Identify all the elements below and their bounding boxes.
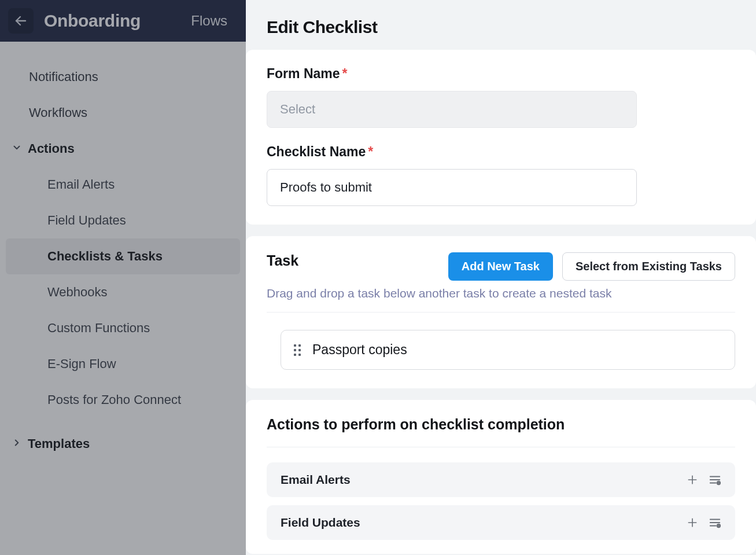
form-name-select[interactable]: Select <box>267 91 637 128</box>
form-name-field: Form Name* Select <box>267 66 735 128</box>
task-header: Task Add New Task Select from Existing T… <box>267 252 735 281</box>
sidebar-item-field-updates[interactable]: Field Updates <box>0 203 246 238</box>
drag-handle-icon[interactable] <box>294 344 301 356</box>
sidebar-item-checklists-tasks[interactable]: Checklists & Tasks <box>6 238 240 274</box>
required-marker: * <box>368 144 373 159</box>
arrow-left-icon <box>14 14 28 28</box>
checklist-form-card: Form Name* Select Checklist Name* <box>246 50 756 225</box>
chevron-right-icon <box>12 436 22 451</box>
task-hint: Drag and drop a task below another task … <box>267 286 735 313</box>
sidebar-item-email-alerts[interactable]: Email Alerts <box>0 167 246 203</box>
sidebar-item-esign-flow[interactable]: E-Sign Flow <box>0 346 246 382</box>
task-row-passport-copies[interactable]: Passport copies <box>281 330 735 370</box>
checklist-name-input[interactable] <box>267 169 637 206</box>
add-new-task-button[interactable]: Add New Task <box>448 252 553 281</box>
panel-scroll[interactable]: Form Name* Select Checklist Name* Task A… <box>246 50 756 555</box>
action-row-label: Email Alerts <box>281 473 351 487</box>
list-add-icon[interactable] <box>709 516 721 529</box>
edit-checklist-panel: Edit Checklist Form Name* Select Checkli… <box>246 0 756 555</box>
form-name-label-text: Form Name <box>267 66 340 81</box>
form-name-label: Form Name* <box>267 66 735 82</box>
chevron-down-icon <box>12 141 22 156</box>
checklist-name-label: Checklist Name* <box>267 144 735 160</box>
task-section-title: Task <box>267 252 298 269</box>
list-add-icon[interactable] <box>709 473 721 486</box>
checklist-name-field: Checklist Name* <box>267 144 735 206</box>
sidebar-item-workflows[interactable]: Workflows <box>0 95 246 131</box>
sidebar-group-actions[interactable]: Actions <box>0 131 246 167</box>
task-buttons: Add New Task Select from Existing Tasks <box>448 252 735 281</box>
sidebar-group-templates[interactable]: Templates <box>0 426 246 462</box>
plus-icon[interactable] <box>687 517 698 528</box>
panel-header: Edit Checklist <box>246 0 756 50</box>
task-card: Task Add New Task Select from Existing T… <box>246 236 756 388</box>
action-row-field-updates[interactable]: Field Updates <box>267 505 735 540</box>
sidebar-item-custom-functions[interactable]: Custom Functions <box>0 310 246 346</box>
action-row-icons <box>687 516 721 529</box>
checklist-name-label-text: Checklist Name <box>267 144 366 159</box>
sidebar: Onboarding Flows Notifications Workflows… <box>0 0 246 555</box>
completion-actions-card: Actions to perform on checklist completi… <box>246 400 756 554</box>
select-existing-tasks-button[interactable]: Select from Existing Tasks <box>562 252 735 281</box>
required-marker: * <box>342 66 348 81</box>
action-row-icons <box>687 473 721 486</box>
sidebar-item-notifications[interactable]: Notifications <box>0 59 246 95</box>
plus-icon[interactable] <box>687 474 698 486</box>
completion-actions-title: Actions to perform on checklist completi… <box>267 416 735 447</box>
sidebar-tab-flows[interactable]: Flows <box>191 13 232 29</box>
sidebar-header: Onboarding Flows <box>0 0 246 42</box>
sidebar-body: Notifications Workflows Actions Email Al… <box>0 42 246 462</box>
back-button[interactable] <box>8 8 34 34</box>
action-row-label: Field Updates <box>281 516 360 530</box>
action-row-email-alerts[interactable]: Email Alerts <box>267 462 735 497</box>
sidebar-title: Onboarding <box>44 11 191 31</box>
sidebar-group-templates-label: Templates <box>28 436 90 451</box>
sidebar-group-actions-label: Actions <box>28 141 75 156</box>
page-title: Edit Checklist <box>267 17 735 37</box>
sidebar-item-posts-connect[interactable]: Posts for Zoho Connect <box>0 382 246 418</box>
task-row-label: Passport copies <box>312 342 407 358</box>
sidebar-item-webhooks[interactable]: Webhooks <box>0 274 246 310</box>
